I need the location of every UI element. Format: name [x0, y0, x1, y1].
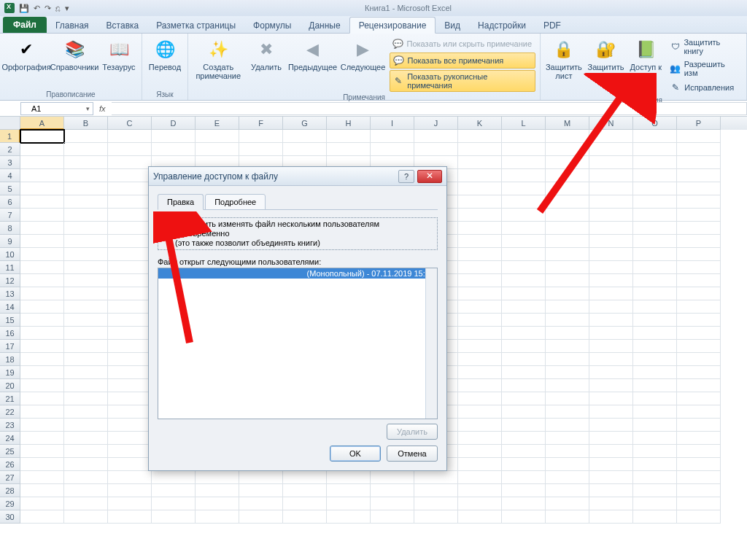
cell[interactable]: [546, 143, 589, 156]
cell[interactable]: [546, 432, 589, 445]
cell[interactable]: [283, 484, 327, 497]
row-header[interactable]: 12: [0, 274, 20, 287]
cell[interactable]: [546, 195, 589, 209]
formula-input[interactable]: [112, 102, 747, 115]
cell[interactable]: [458, 195, 502, 209]
cell[interactable]: [546, 419, 589, 432]
cell[interactable]: [546, 379, 589, 392]
cell[interactable]: [152, 497, 196, 510]
cell[interactable]: [20, 366, 64, 379]
cell[interactable]: [677, 458, 721, 471]
cell[interactable]: [502, 130, 546, 143]
cell[interactable]: [589, 419, 633, 432]
cell[interactable]: [677, 169, 721, 182]
cell[interactable]: [589, 156, 633, 169]
cell[interactable]: [633, 471, 677, 484]
cell[interactable]: [502, 340, 546, 353]
cell[interactable]: [64, 510, 108, 524]
cell[interactable]: [546, 392, 589, 405]
cell[interactable]: [546, 248, 589, 261]
cell[interactable]: [458, 300, 502, 314]
cell[interactable]: [20, 340, 64, 353]
cell[interactable]: [589, 458, 633, 471]
cell[interactable]: [589, 392, 633, 405]
cell[interactable]: [108, 287, 152, 300]
cell[interactable]: [108, 484, 152, 497]
translate-button[interactable]: 🌐 Перевод: [147, 35, 183, 71]
cell[interactable]: [502, 471, 546, 484]
row-header[interactable]: 15: [0, 314, 20, 327]
cell[interactable]: [546, 327, 589, 340]
cell[interactable]: [589, 248, 633, 261]
cell[interactable]: [108, 510, 152, 524]
qat-redo-icon[interactable]: ↷: [44, 4, 51, 13]
cell[interactable]: [64, 353, 108, 366]
row-header[interactable]: 16: [0, 327, 20, 340]
dialog-titlebar[interactable]: Управление доступом к файлу ? ✕: [149, 167, 446, 186]
cell[interactable]: [327, 143, 371, 156]
tab-data[interactable]: Данные: [300, 18, 349, 33]
cell[interactable]: [458, 274, 502, 287]
users-list[interactable]: (Монопольный) - 07.11.2019 15:40: [158, 268, 438, 419]
cell[interactable]: [64, 222, 108, 235]
cell[interactable]: [108, 261, 152, 274]
cell[interactable]: [677, 392, 721, 405]
cell[interactable]: [239, 510, 283, 524]
cell[interactable]: [196, 143, 239, 156]
cell[interactable]: [633, 419, 677, 432]
cell[interactable]: [20, 419, 64, 432]
cell[interactable]: [64, 235, 108, 248]
cell[interactable]: [108, 156, 152, 169]
cell[interactable]: [20, 235, 64, 248]
cell[interactable]: [677, 340, 721, 353]
column-header[interactable]: K: [458, 117, 502, 130]
cell[interactable]: [502, 169, 546, 182]
cell[interactable]: [502, 510, 546, 524]
cell[interactable]: [546, 222, 589, 235]
column-header[interactable]: A: [20, 117, 64, 130]
cell[interactable]: [458, 156, 502, 169]
dialog-help-button[interactable]: ?: [398, 170, 414, 183]
cell[interactable]: [108, 458, 152, 471]
cell[interactable]: [633, 156, 677, 169]
cell[interactable]: [196, 484, 239, 497]
cell[interactable]: [502, 419, 546, 432]
cell[interactable]: [458, 182, 502, 195]
cell[interactable]: [20, 143, 64, 156]
cell[interactable]: [502, 484, 546, 497]
cell[interactable]: [458, 419, 502, 432]
cell[interactable]: [677, 182, 721, 195]
cancel-button[interactable]: Отмена: [387, 446, 438, 462]
dialog-tab-edit[interactable]: Правка: [158, 194, 204, 210]
cell[interactable]: [458, 510, 502, 524]
users-scrollbar[interactable]: [425, 268, 437, 419]
cell[interactable]: [458, 405, 502, 419]
cell[interactable]: [283, 510, 327, 524]
row-header[interactable]: 23: [0, 419, 20, 432]
cell[interactable]: [546, 209, 589, 222]
cell[interactable]: [633, 497, 677, 510]
protect-share-button[interactable]: 🛡 Защитить книгу: [667, 36, 742, 57]
row-header[interactable]: 6: [0, 195, 20, 209]
cell[interactable]: [458, 353, 502, 366]
cell[interactable]: [633, 248, 677, 261]
cell[interactable]: [20, 300, 64, 314]
cell[interactable]: [589, 366, 633, 379]
cell[interactable]: [677, 497, 721, 510]
cell[interactable]: [108, 169, 152, 182]
name-box[interactable]: A1: [20, 102, 93, 115]
cell[interactable]: [677, 353, 721, 366]
cell[interactable]: [108, 182, 152, 195]
cell[interactable]: [502, 445, 546, 458]
cell[interactable]: [414, 471, 458, 484]
cell[interactable]: [589, 235, 633, 248]
cell[interactable]: [546, 340, 589, 353]
cell[interactable]: [64, 327, 108, 340]
cell[interactable]: [502, 314, 546, 327]
cell[interactable]: [633, 353, 677, 366]
cell[interactable]: [108, 366, 152, 379]
cell[interactable]: [64, 182, 108, 195]
cell[interactable]: [20, 392, 64, 405]
cell[interactable]: [677, 314, 721, 327]
row-header[interactable]: 27: [0, 471, 20, 484]
